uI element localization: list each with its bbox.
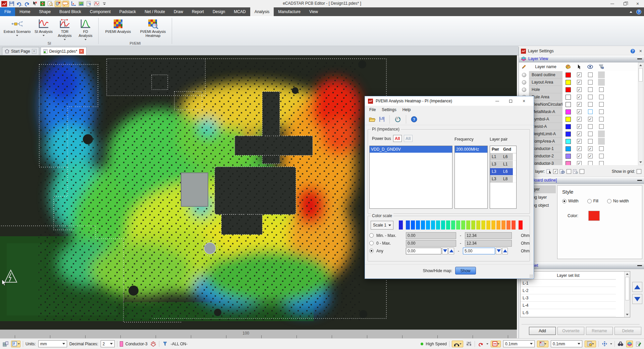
- any-radio[interactable]: [369, 249, 374, 253]
- layer-row[interactable]: Resist-A✓: [519, 123, 638, 130]
- open-icon[interactable]: [369, 116, 376, 122]
- layer-row[interactable]: Rule Area✓: [519, 93, 638, 101]
- layer-pair-listbox[interactable]: Pwr Gnd L1L6L3L1L3L6L3L8: [490, 146, 517, 209]
- grid-settings-icon[interactable]: [2, 341, 9, 347]
- layer-row[interactable]: ViewNonCircularH✓: [519, 101, 638, 108]
- layer-row[interactable]: HeightLimit-A✓: [519, 130, 638, 138]
- layer-filter-cell[interactable]: [596, 93, 607, 101]
- layer-color-swatch[interactable]: [562, 79, 574, 86]
- ribbon-tab-manufacture[interactable]: Manufacture: [274, 7, 305, 16]
- search-binoculars-icon[interactable]: [617, 341, 624, 347]
- layer-row[interactable]: Layout Area✓: [519, 79, 638, 86]
- layer-view-checkbox[interactable]: [585, 101, 596, 108]
- layer-view-checkbox[interactable]: [585, 123, 596, 130]
- layer-row[interactable]: CompArea-A✓: [519, 138, 638, 145]
- grid-size-select-2[interactable]: 0.1mm: [551, 340, 582, 347]
- style-color-swatch[interactable]: [588, 211, 600, 221]
- layer-view-checkbox[interactable]: [585, 86, 596, 93]
- any-from-spin-down[interactable]: [442, 248, 448, 254]
- ribbon-tab-design[interactable]: Design: [208, 7, 229, 16]
- layer-row[interactable]: MetalMask-A✓: [519, 108, 638, 115]
- editing-select-checkbox[interactable]: ✓: [553, 169, 558, 174]
- layer-row[interactable]: Conductor-2✓✓: [519, 152, 638, 160]
- layer-select-checkbox[interactable]: ✓: [574, 123, 585, 130]
- layer-pair-row[interactable]: L3L6: [490, 168, 516, 176]
- layer-color-swatch[interactable]: [562, 123, 574, 130]
- editing-view-checkbox[interactable]: [567, 169, 571, 174]
- layer-color-swatch[interactable]: [562, 160, 574, 165]
- layer-filter-cell[interactable]: [596, 152, 607, 160]
- layer-view-checkbox[interactable]: [585, 79, 596, 86]
- ribbon-tab-shape[interactable]: Shape: [35, 7, 55, 16]
- layer-pair-row[interactable]: L1L6: [490, 153, 516, 161]
- layer-set-row[interactable]: L-5: [521, 309, 616, 316]
- ribbon-tab-view[interactable]: View: [305, 7, 322, 16]
- minimize-button[interactable]: [606, 0, 619, 7]
- ribbon-tab-board-block[interactable]: Board Block: [55, 7, 86, 16]
- layer-filter-cell[interactable]: [596, 101, 607, 108]
- delete-button[interactable]: Delete: [614, 327, 641, 335]
- redraw-icon[interactable]: [394, 116, 401, 123]
- layer-select-checkbox[interactable]: ✓: [574, 130, 585, 138]
- zero-max-from-field[interactable]: 0.00: [406, 240, 456, 247]
- fd-analysis-button[interactable]: FD Analysis: [76, 17, 95, 40]
- layer-color-swatch[interactable]: [562, 152, 574, 160]
- layer-view-section-header[interactable]: Layer View: [519, 55, 644, 62]
- layer-select-checkbox[interactable]: ✓: [574, 138, 585, 145]
- layer-color-swatch[interactable]: [562, 138, 574, 145]
- dialog-save-icon[interactable]: [379, 116, 385, 122]
- layer-set-move-up-button[interactable]: [632, 282, 642, 292]
- layer-color-swatch[interactable]: [562, 115, 574, 123]
- layer-filter-cell[interactable]: [596, 115, 607, 123]
- layer-table-scrollbar[interactable]: [638, 62, 643, 165]
- ribbon-tab-file[interactable]: File: [0, 7, 15, 16]
- layer-set-scrollbar[interactable]: [624, 271, 630, 317]
- layer-color-swatch[interactable]: [562, 101, 574, 108]
- tab-design11[interactable]: Design11.pdes* ✕: [41, 47, 87, 55]
- si-analysis-button[interactable]: SI Analysis: [34, 17, 54, 40]
- layer-color-swatch[interactable]: [562, 108, 574, 115]
- dialog-help-icon[interactable]: ?: [411, 116, 417, 122]
- pi-emi-heatmap-dialog[interactable]: PI/EMI Analysis Heatmap - PI (Impedance)…: [365, 96, 534, 279]
- layer-set-row[interactable]: L-3: [521, 294, 616, 302]
- dialog-menu-settings[interactable]: Settings: [379, 107, 399, 112]
- style-no-width-option[interactable]: No width: [607, 199, 629, 203]
- layer-pair-row[interactable]: L3L1: [490, 161, 516, 168]
- min-max-radio[interactable]: [369, 233, 374, 238]
- layer-filter-cell[interactable]: [596, 160, 607, 165]
- layer-set-row[interactable]: L-4: [521, 302, 616, 309]
- panel-help-icon[interactable]: ?: [630, 49, 635, 54]
- layer-settings-toggle-icon[interactable]: [626, 341, 633, 347]
- layer-color-swatch[interactable]: [562, 145, 574, 152]
- layer-row[interactable]: Board outline✓: [519, 71, 638, 79]
- show-in-grid-checkbox[interactable]: [637, 169, 641, 174]
- tdr-analysis-button[interactable]: TDR Analysis: [54, 17, 75, 40]
- layer-detail-section-header[interactable]: Layer[Board outline]: [519, 177, 644, 184]
- ribbon-tab-analysis[interactable]: Analysis: [250, 7, 274, 16]
- scroll-down-icon[interactable]: [638, 160, 643, 165]
- layer-select-checkbox[interactable]: ✓: [574, 160, 585, 165]
- layer-filter-cell[interactable]: [596, 123, 607, 130]
- any-to-field[interactable]: 5.00: [463, 248, 495, 254]
- layer-view-checkbox[interactable]: ✓: [585, 152, 596, 160]
- any-to-spin-up[interactable]: [502, 248, 508, 254]
- layer-view-checkbox[interactable]: [585, 71, 596, 79]
- grid-toggle-icon-1[interactable]: [537, 341, 548, 347]
- ribbon-tab-mcad[interactable]: MCAD: [229, 7, 250, 16]
- layer-row[interactable]: Symbol-A✓✓: [519, 115, 638, 123]
- show-button[interactable]: Show: [455, 267, 476, 275]
- layer-color-swatch[interactable]: [562, 93, 574, 101]
- layer-row[interactable]: Conductor-3✓: [519, 160, 638, 165]
- scroll-up-icon[interactable]: [638, 63, 643, 68]
- any-from-spin-up[interactable]: [448, 248, 454, 254]
- panel-close-icon[interactable]: ×: [639, 49, 642, 53]
- dialog-resize-grip[interactable]: [530, 275, 533, 278]
- grid-toggle-icon-2[interactable]: [585, 341, 596, 347]
- grid-size-select-1[interactable]: 0.1mm: [503, 340, 535, 347]
- layer-color-swatch[interactable]: [562, 130, 574, 138]
- ribbon-tab-net-route[interactable]: Net / Route: [140, 7, 169, 16]
- no-width-radio[interactable]: [607, 199, 611, 203]
- layer-filter-cell[interactable]: [596, 86, 607, 93]
- layer-row[interactable]: Hole✓: [519, 86, 638, 93]
- layer-set-row[interactable]: L-2: [521, 287, 616, 294]
